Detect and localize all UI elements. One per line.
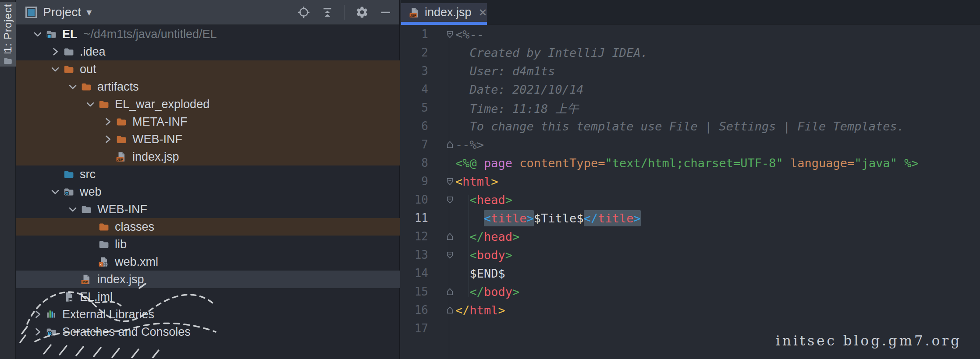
fold-gutter [428,43,455,62]
line-number: 12 [401,230,428,243]
line-number: 16 [401,303,428,317]
code-line-1[interactable]: 1<%-- [401,25,980,43]
tree-row-meta-inf[interactable]: META-INF [16,113,400,130]
ide-window: 1: Project Project ▾ EL~/d4m1ts/java/unt… [0,0,980,359]
jsp-file-icon: JSP [81,274,92,285]
tree-row-web-xml[interactable]: <web.xml [16,253,400,271]
tree-item-label: artifacts [97,80,139,94]
folder-gray-icon [63,46,75,57]
tree-row-src[interactable]: src [16,165,400,183]
code-line-10[interactable]: 10 <head> [401,190,980,209]
code-line-8[interactable]: 8<%@ page contentType="text/html;charset… [401,154,980,172]
settings-gear-button[interactable] [355,6,369,19]
chevron-right-icon[interactable] [32,308,44,320]
tree-row-idea[interactable]: .idea [16,43,400,60]
tree-row-el-war-exploded[interactable]: EL_war_exploded [16,95,400,113]
iml-file-icon [63,291,75,303]
folder-orange-icon [116,116,127,127]
tree-row-lib[interactable]: lib [16,236,400,253]
tree-row-index-jsp[interactable]: JSPindex.jsp [16,148,400,165]
code-line-2[interactable]: 2 Created by IntelliJ IDEA. [401,43,980,62]
chevron-spacer [102,151,114,163]
template-highlight: <title> [484,210,534,226]
fold-marker-icon[interactable] [428,301,455,319]
tree-row-external-libraries[interactable]: External Libraries [16,306,400,323]
tree-row-scratches-and-consoles[interactable]: Scratches and Consoles [16,323,400,341]
hide-panel-button[interactable] [379,6,392,19]
tree-item-label: src [80,168,96,181]
code-line-15[interactable]: 15 </body> [401,282,980,301]
folder-orange-icon [98,221,110,232]
collapse-all-button[interactable] [321,6,334,19]
chevron-right-icon[interactable] [49,46,61,58]
fold-marker-icon[interactable] [428,190,455,209]
tree-row-classes[interactable]: classes [16,218,400,236]
stripe-tab-project[interactable]: 1: Project [0,2,16,67]
fold-gutter [428,154,455,172]
tree-item-label: index.jsp [132,150,179,164]
template-highlight: </title> [584,210,641,226]
chevron-spacer [67,273,79,285]
code-line-12[interactable]: 12 </head> [401,227,980,246]
chevron-down-icon[interactable] [32,28,44,40]
code-line-13[interactable]: 13 <body> [401,246,980,264]
close-icon[interactable]: ✕ [479,7,487,19]
chevron-down-icon[interactable] [84,98,96,110]
code-text: </html> [455,303,505,317]
tree-item-label: EL [62,28,78,41]
tree-item-label: .idea [80,45,106,59]
tree-item-label: WEB-INF [132,133,182,146]
tree-item-label: WEB-INF [97,203,147,216]
chevron-down-icon[interactable] [67,203,79,215]
line-number: 7 [401,138,428,151]
chevron-right-icon[interactable] [102,116,114,128]
project-panel-header: Project ▾ [16,0,399,25]
code-viewport[interactable]: 1<%--2 Created by IntelliJ IDEA.3 User: … [401,25,980,359]
chevron-spacer [84,256,96,268]
tree-item-label: web.xml [115,255,158,269]
code-line-7[interactable]: 7--%> [401,135,980,154]
tree-item-path-annotation: ~/d4m1ts/java/untitled/EL [84,28,217,41]
tree-row-artifacts[interactable]: artifacts [16,78,400,95]
chevron-down-icon[interactable] [49,63,61,75]
tree-row-web-inf[interactable]: WEB-INF [16,201,400,218]
tree-row-web[interactable]: web [16,183,400,201]
chevron-right-icon[interactable] [32,326,44,338]
fold-gutter [428,264,455,282]
tree-row-web-inf[interactable]: WEB-INF [16,130,400,148]
code-line-5[interactable]: 5 Time: 11:18 上午 [401,99,980,117]
fold-marker-icon[interactable] [428,227,455,246]
fold-marker-icon[interactable] [428,246,455,264]
locate-file-button[interactable] [297,6,310,19]
project-folder-icon [46,28,57,40]
jsp-file-icon: JSP [116,151,127,162]
code-line-16[interactable]: 16</html> [401,301,980,319]
code-line-14[interactable]: 14 $END$ [401,264,980,282]
fold-marker-icon[interactable] [428,172,455,190]
code-line-9[interactable]: 9<html> [401,172,980,190]
chevron-down-icon[interactable] [49,186,61,198]
tree-item-label: classes [115,220,154,234]
project-tree: EL~/d4m1ts/java/untitled/EL.ideaoutartif… [16,25,400,341]
tab-index-jsp[interactable]: JSP index.jsp ✕ [401,3,487,25]
fold-marker-icon[interactable] [428,25,455,43]
code-line-11[interactable]: 11 <title>$Title$</title> [401,209,980,227]
chevron-down-icon[interactable]: ▾ [86,6,92,18]
code-line-3[interactable]: 3 User: d4m1ts [401,62,980,80]
chevron-down-icon[interactable] [67,81,79,93]
tree-row-el[interactable]: EL~/d4m1ts/java/untitled/EL [16,25,400,43]
tree-row-el-iml[interactable]: EL.iml [16,288,400,306]
tree-row-out[interactable]: out [16,60,400,78]
fold-marker-icon[interactable] [428,282,455,301]
code-text: $END$ [455,267,505,280]
chevron-right-icon[interactable] [102,133,114,145]
fold-marker-icon[interactable] [428,135,455,154]
site-watermark: initsec blog.gm7.org [776,333,962,348]
tree-row-index-jsp[interactable]: JSPindex.jsp [16,271,400,288]
code-line-6[interactable]: 6 To change this template use File | Set… [401,117,980,135]
fold-gutter [428,319,455,338]
code-text: <%@ page contentType="text/html;charset=… [455,156,919,170]
chevron-spacer [84,221,96,233]
code-line-4[interactable]: 4 Date: 2021/10/14 [401,80,980,99]
project-view-icon [25,7,37,18]
